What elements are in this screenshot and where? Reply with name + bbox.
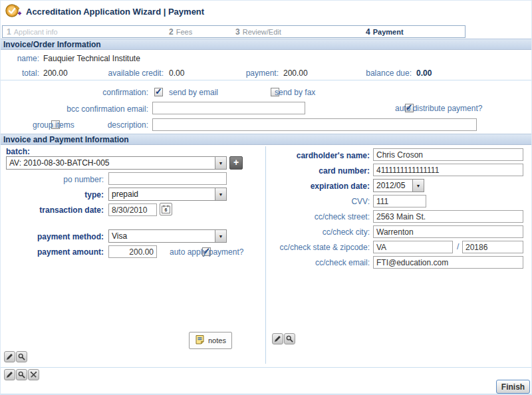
add-batch-button[interactable]: + — [229, 156, 243, 170]
payment-amount-input[interactable] — [108, 245, 157, 258]
edit-pencil-icon[interactable] — [272, 333, 283, 344]
card-number-label: card number: — [268, 166, 370, 176]
name-label: name: — [1, 54, 39, 63]
confirmation-label: confirmation: — [1, 88, 148, 97]
description-label: description: — [1, 120, 148, 130]
cardholder-name-label: cardholder's name: — [268, 151, 370, 160]
edit-pencil-icon[interactable] — [4, 369, 15, 380]
notes-button-label: notes — [208, 336, 226, 344]
auto-distribute-payment-label: auto distribute payment? — [395, 104, 482, 113]
cvv-input[interactable] — [373, 195, 426, 207]
step-payment[interactable]: 4Payment — [366, 27, 404, 37]
notes-button[interactable]: notes — [189, 332, 232, 349]
wizard-keys-icon — [5, 3, 23, 23]
send-by-email-label: send by email — [169, 88, 218, 97]
cc-check-email-input[interactable] — [373, 256, 523, 269]
column-divider — [265, 146, 266, 364]
batch-select-value: AV: 2010-08-30-BATCH-005 — [7, 157, 215, 169]
send-by-email-checkbox[interactable] — [154, 88, 163, 96]
accreditation-wizard-window: Accreditation Application Wizard | Payme… — [0, 0, 532, 395]
section-header-invoice-order: Invoice/Order Information — [1, 39, 532, 50]
batch-select[interactable]: AV: 2010-08-30-BATCH-005 ▼ — [6, 156, 227, 170]
auto-apply-payment-label: auto apply payment? — [170, 247, 243, 257]
expiration-date-value: 2012/05 — [374, 180, 412, 192]
chevron-down-icon[interactable]: ▼ — [215, 157, 226, 169]
transaction-date-input[interactable] — [108, 203, 157, 216]
cardholder-name-input[interactable] — [373, 148, 523, 161]
step-applicant-info[interactable]: 1Applicant info — [7, 27, 58, 37]
card-number-input[interactable] — [373, 164, 523, 176]
cc-check-state-input[interactable] — [373, 241, 453, 253]
payment-method-label: payment method: — [1, 232, 104, 241]
divider — [1, 367, 532, 368]
chevron-down-icon[interactable]: ▼ — [215, 188, 226, 200]
cc-check-email-label: cc/check email: — [268, 258, 370, 267]
tools-icon[interactable] — [28, 369, 39, 380]
type-select-value: prepaid — [109, 188, 215, 200]
search-magnifier-icon[interactable] — [16, 351, 27, 362]
expiration-date-label: expiration date: — [268, 182, 370, 191]
cc-check-street-input[interactable] — [373, 210, 523, 223]
type-label: type: — [1, 190, 104, 199]
transaction-date-label: transaction date: — [1, 205, 104, 215]
step-fees[interactable]: 2Fees — [169, 27, 192, 37]
page-title: Accreditation Application Wizard | Payme… — [26, 7, 204, 17]
cc-check-zip-input[interactable] — [462, 241, 523, 253]
description-input[interactable] — [152, 118, 477, 131]
po-number-input[interactable] — [108, 172, 227, 185]
payment-method-select[interactable]: Visa ▼ — [108, 229, 227, 243]
finish-button[interactable]: Finish — [496, 380, 530, 394]
payment-label: payment: — [200, 68, 279, 78]
step-review-edit[interactable]: 3Review/Edit — [235, 27, 281, 37]
cvv-label: CVV: — [268, 197, 370, 206]
state-zip-separator: / — [457, 242, 459, 251]
payment-amount-label: payment amount: — [1, 247, 104, 257]
name-value: Fauquier Technical Institute — [43, 54, 140, 63]
bcc-confirmation-email-label: bcc confirmation email: — [1, 104, 148, 114]
wizard-step-bar: 1Applicant info 2Fees 3Review/Edit 4Paym… — [2, 25, 466, 38]
divider — [1, 80, 532, 80]
calendar-icon[interactable]: 6 — [160, 203, 172, 215]
divider — [1, 394, 532, 394]
expiration-date-select[interactable]: 2012/05 ▼ — [373, 179, 424, 192]
bcc-confirmation-email-input[interactable] — [152, 102, 305, 114]
total-label: total: — [1, 68, 39, 78]
cc-check-street-label: cc/check street: — [268, 212, 370, 221]
edit-pencil-icon[interactable] — [4, 351, 15, 362]
total-value: 200.00 — [43, 68, 68, 78]
svg-text:6: 6 — [165, 207, 168, 212]
payment-method-select-value: Visa — [109, 230, 215, 242]
cc-check-city-label: cc/check city: — [268, 227, 370, 237]
chevron-down-icon[interactable]: ▼ — [412, 180, 424, 192]
cc-check-state-zip-label: cc/check state & zipcode: — [268, 243, 370, 252]
section-header-invoice-payment: Invoice and Payment Information — [1, 134, 532, 145]
send-by-fax-label: send by fax — [275, 88, 315, 97]
search-magnifier-icon[interactable] — [16, 369, 27, 380]
balance-due-label: balance due: — [333, 68, 412, 78]
batch-label: batch: — [6, 147, 30, 156]
available-credit-label: available credit: — [67, 68, 164, 78]
note-icon — [195, 334, 205, 346]
available-credit-value: 0.00 — [169, 68, 184, 78]
chevron-down-icon[interactable]: ▼ — [215, 230, 226, 242]
po-number-label: po number: — [1, 175, 104, 184]
payment-value: 200.00 — [283, 68, 308, 78]
cc-check-city-input[interactable] — [373, 225, 523, 238]
type-select[interactable]: prepaid ▼ — [108, 188, 227, 201]
balance-due-value: 0.00 — [416, 68, 432, 78]
search-magnifier-icon[interactable] — [284, 333, 295, 344]
